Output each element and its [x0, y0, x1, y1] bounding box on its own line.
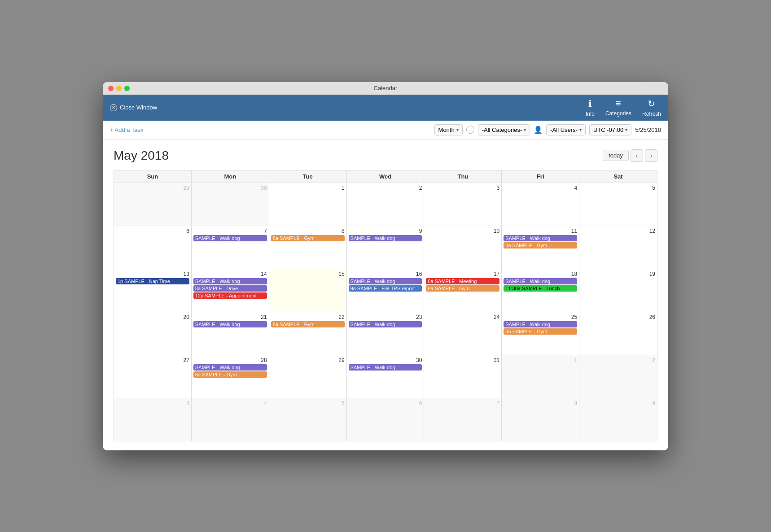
refresh-label: Refresh [642, 111, 661, 117]
categories-dropdown[interactable]: -All Categories- ▾ [478, 124, 530, 135]
day-cell[interactable]: 18SAMPLE - Walk dog11:30a SAMPLE - Lunch [502, 269, 579, 312]
calendar-header: May 2018 today ‹ › [114, 148, 657, 163]
categories-button[interactable]: ≡ Categories [605, 98, 631, 117]
close-window-button[interactable]: ✕ Close Window [110, 104, 157, 111]
users-dropdown[interactable]: -All Users- ▾ [546, 124, 586, 135]
day-cell[interactable]: 27 [114, 355, 192, 398]
today-button[interactable]: today [603, 150, 629, 161]
day-cell[interactable]: 10 [424, 226, 502, 269]
timezone-dropdown-arrow: ▾ [625, 127, 627, 132]
calendar-event[interactable]: SAMPLE - Walk dog [349, 235, 422, 241]
day-cell[interactable]: 1 [502, 355, 579, 398]
day-cell[interactable]: 5 [579, 183, 657, 226]
calendar-event[interactable]: 8a SAMPLE - Gym [271, 235, 345, 241]
day-cell[interactable]: 25SAMPLE - Walk dog8a SAMPLE - Gym [502, 312, 579, 355]
zoom-traffic-light[interactable] [124, 86, 130, 91]
refresh-button[interactable]: ↻ Refresh [642, 98, 661, 117]
traffic-lights [108, 86, 130, 91]
calendar-event[interactable]: 8a SAMPLE - Meeting [426, 278, 499, 284]
day-number: 3 [426, 185, 499, 191]
day-number: 7 [193, 228, 267, 234]
info-button[interactable]: ℹ Info [586, 98, 595, 117]
calendar-event[interactable]: 1p SAMPLE - Nap Time [116, 278, 189, 284]
day-cell[interactable]: 16SAMPLE - Walk dog9a SAMPLE - File TPS … [347, 269, 425, 312]
day-cell[interactable]: 7 [424, 398, 502, 441]
circle-toggle-icon[interactable] [466, 126, 474, 134]
toolbar-controls: Month ▾ -All Categories- ▾ 👤 -All Users-… [434, 124, 661, 135]
day-cell[interactable]: 29 [114, 183, 192, 226]
day-cell[interactable]: 88a SAMPLE - Gym [269, 226, 347, 269]
categories-icon: ≡ [616, 98, 621, 109]
calendar-event[interactable]: SAMPLE - Walk dog [193, 235, 267, 241]
day-cell[interactable]: 178a SAMPLE - Meeting8a SAMPLE - Gym [424, 269, 502, 312]
header-fri: Fri [502, 170, 579, 183]
day-cell[interactable]: 131p SAMPLE - Nap Time [114, 269, 192, 312]
header-sat: Sat [579, 170, 657, 183]
day-cell[interactable]: 7SAMPLE - Walk dog [192, 226, 269, 269]
calendar-event[interactable]: 8a SAMPLE - Gym [426, 285, 499, 292]
calendar-event[interactable]: 8a SAMPLE - Gym [504, 242, 577, 249]
title-bar: Calendar [103, 82, 668, 95]
view-dropdown[interactable]: Month ▾ [434, 124, 463, 135]
day-cell[interactable]: 4 [502, 183, 579, 226]
calendar-event[interactable]: SAMPLE - Walk dog [504, 278, 577, 284]
day-number: 30 [349, 357, 422, 363]
calendar-event[interactable]: SAMPLE - Walk dog [504, 235, 577, 241]
week-row-0: 293012345 [114, 183, 657, 226]
day-cell[interactable]: 2 [347, 183, 425, 226]
minimize-traffic-light[interactable] [116, 86, 122, 91]
day-number: 9 [349, 228, 422, 234]
day-cell[interactable]: 29 [269, 355, 347, 398]
day-number: 5 [271, 400, 345, 406]
calendar-event[interactable]: 8a SAMPLE - Gym [504, 328, 577, 335]
calendar-event[interactable]: 11:30a SAMPLE - Lunch [504, 285, 577, 292]
calendar-event[interactable]: SAMPLE - Walk dog [193, 364, 267, 371]
day-cell[interactable]: 31 [424, 355, 502, 398]
day-cell[interactable]: 30 [192, 183, 269, 226]
day-cell[interactable]: 19 [579, 269, 657, 312]
day-cell[interactable]: 24 [424, 312, 502, 355]
calendar-event[interactable]: SAMPLE - Walk dog [193, 278, 267, 284]
day-number: 21 [193, 314, 267, 320]
day-cell[interactable]: 20 [114, 312, 192, 355]
day-cell[interactable]: 6 [347, 398, 425, 441]
prev-month-button[interactable]: ‹ [631, 149, 643, 162]
calendar-event[interactable]: SAMPLE - Walk dog [193, 321, 267, 327]
day-number: 4 [193, 400, 267, 406]
day-cell[interactable]: 228a SAMPLE - Gym [269, 312, 347, 355]
day-cell[interactable]: 1 [269, 183, 347, 226]
calendar-event[interactable]: SAMPLE - Walk dog [504, 321, 577, 327]
calendar-event[interactable]: SAMPLE - Walk dog [349, 321, 422, 327]
day-cell[interactable]: 4 [192, 398, 269, 441]
timezone-dropdown[interactable]: UTC -07:00 ▾ [589, 124, 631, 135]
calendar-event[interactable]: 12p SAMPLE - Appointment [193, 292, 267, 299]
day-cell[interactable]: 12 [579, 226, 657, 269]
day-cell[interactable]: 6 [114, 226, 192, 269]
day-cell[interactable]: 8 [502, 398, 579, 441]
day-cell[interactable]: 11SAMPLE - Walk dog8a SAMPLE - Gym [502, 226, 579, 269]
calendar-event[interactable]: SAMPLE - Walk dog [349, 364, 422, 371]
day-cell[interactable]: 14SAMPLE - Walk dog8a SAMPLE - Drive12p … [192, 269, 269, 312]
day-cell[interactable]: 28SAMPLE - Walk dog8a SAMPLE - Gym [192, 355, 269, 398]
day-cell[interactable]: 30SAMPLE - Walk dog [347, 355, 425, 398]
day-cell[interactable]: 23SAMPLE - Walk dog [347, 312, 425, 355]
day-cell[interactable]: 21SAMPLE - Walk dog [192, 312, 269, 355]
day-cell[interactable]: 2 [579, 355, 657, 398]
day-cell[interactable]: 15 [269, 269, 347, 312]
add-task-button[interactable]: + Add a Task [110, 126, 427, 133]
day-number: 22 [271, 314, 345, 320]
calendar-event[interactable]: SAMPLE - Walk dog [349, 278, 422, 284]
day-cell[interactable]: 5 [269, 398, 347, 441]
day-cell[interactable]: 26 [579, 312, 657, 355]
info-icon: ℹ [588, 98, 592, 109]
close-traffic-light[interactable] [108, 86, 114, 91]
next-month-button[interactable]: › [645, 149, 657, 162]
day-cell[interactable]: 9SAMPLE - Walk dog [347, 226, 425, 269]
calendar-event[interactable]: 8a SAMPLE - Gym [271, 321, 345, 327]
calendar-event[interactable]: 8a SAMPLE - Drive [193, 285, 267, 292]
calendar-event[interactable]: 8a SAMPLE - Gym [193, 371, 267, 378]
day-cell[interactable]: 3 [114, 398, 192, 441]
calendar-event[interactable]: 9a SAMPLE - File TPS report [349, 285, 422, 292]
day-cell[interactable]: 3 [424, 183, 502, 226]
day-cell[interactable]: 9 [579, 398, 657, 441]
